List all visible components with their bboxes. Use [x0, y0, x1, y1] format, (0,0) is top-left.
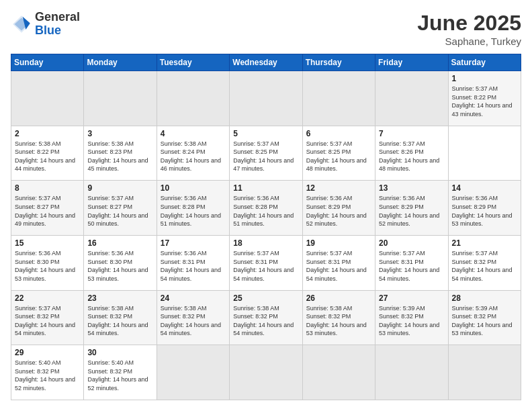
title-block: June 2025 Saphane, Turkey: [417, 11, 521, 47]
calendar-week-6: 29Sunrise: 5:40 AMSunset: 8:32 PMDayligh…: [11, 345, 521, 400]
day-info: Sunrise: 5:37 AMSunset: 8:25 PMDaylight:…: [233, 140, 298, 173]
day-info: Sunrise: 5:38 AMSunset: 8:24 PMDaylight:…: [161, 140, 226, 173]
day-number: 9: [87, 183, 152, 193]
day-info: Sunrise: 5:37 AMSunset: 8:31 PMDaylight:…: [306, 249, 371, 283]
day-number: 13: [379, 183, 444, 193]
day-info: Sunrise: 5:39 AMSunset: 8:32 PMDaylight:…: [379, 304, 444, 338]
table-row: 27Sunrise: 5:39 AMSunset: 8:32 PMDayligh…: [375, 290, 448, 345]
day-info: Sunrise: 5:40 AMSunset: 8:32 PMDaylight:…: [87, 359, 152, 392]
empty-cell: [11, 71, 84, 126]
col-header-sunday: Sunday: [11, 54, 84, 71]
day-number: 24: [161, 293, 226, 303]
table-row: 13Sunrise: 5:36 AMSunset: 8:29 PMDayligh…: [375, 181, 448, 236]
day-info: Sunrise: 5:36 AMSunset: 8:28 PMDaylight:…: [233, 194, 298, 228]
logo: General Blue: [11, 11, 80, 38]
day-info: Sunrise: 5:37 AMSunset: 8:31 PMDaylight:…: [233, 249, 298, 283]
table-row: 29Sunrise: 5:40 AMSunset: 8:32 PMDayligh…: [11, 345, 84, 400]
empty-cell: [84, 71, 157, 126]
day-number: 17: [161, 238, 226, 248]
day-number: 12: [306, 183, 371, 193]
day-info: Sunrise: 5:37 AMSunset: 8:31 PMDaylight:…: [379, 249, 444, 283]
logo-general: General: [35, 11, 80, 24]
table-row: 8Sunrise: 5:37 AMSunset: 8:27 PMDaylight…: [11, 181, 84, 236]
table-row: 3Sunrise: 5:38 AMSunset: 8:23 PMDaylight…: [84, 126, 157, 181]
table-row: 14Sunrise: 5:36 AMSunset: 8:29 PMDayligh…: [448, 181, 521, 236]
day-number: 16: [87, 238, 152, 248]
calendar-table: SundayMondayTuesdayWednesdayThursdayFrid…: [11, 54, 521, 400]
title-month: June 2025: [417, 11, 521, 36]
day-number: 25: [233, 293, 298, 303]
day-number: 4: [161, 129, 226, 138]
table-row: 30Sunrise: 5:40 AMSunset: 8:32 PMDayligh…: [84, 345, 157, 400]
day-number: 11: [233, 183, 298, 193]
day-number: 18: [233, 238, 298, 248]
day-info: Sunrise: 5:37 AMSunset: 8:25 PMDaylight:…: [306, 140, 371, 173]
header: General Blue June 2025 Saphane, Turkey: [11, 11, 521, 47]
day-number: 5: [233, 129, 298, 138]
logo-icon: [11, 13, 32, 35]
day-info: Sunrise: 5:38 AMSunset: 8:32 PMDaylight:…: [233, 304, 298, 338]
col-header-saturday: Saturday: [448, 54, 521, 71]
day-info: Sunrise: 5:36 AMSunset: 8:30 PMDaylight:…: [87, 249, 152, 283]
calendar-week-4: 15Sunrise: 5:36 AMSunset: 8:30 PMDayligh…: [11, 235, 521, 290]
table-row: 9Sunrise: 5:37 AMSunset: 8:27 PMDaylight…: [84, 181, 157, 236]
table-row: [375, 345, 448, 400]
day-number: 26: [306, 293, 371, 303]
col-header-thursday: Thursday: [302, 54, 375, 71]
header-row: SundayMondayTuesdayWednesdayThursdayFrid…: [11, 54, 521, 71]
table-row: 22Sunrise: 5:37 AMSunset: 8:32 PMDayligh…: [11, 290, 84, 345]
table-row: 10Sunrise: 5:36 AMSunset: 8:28 PMDayligh…: [157, 181, 229, 236]
table-row: 20Sunrise: 5:37 AMSunset: 8:31 PMDayligh…: [375, 235, 448, 290]
table-row: 17Sunrise: 5:36 AMSunset: 8:31 PMDayligh…: [157, 235, 229, 290]
day-info: Sunrise: 5:36 AMSunset: 8:30 PMDaylight:…: [15, 249, 80, 283]
day-info: Sunrise: 5:38 AMSunset: 8:22 PMDaylight:…: [15, 140, 80, 173]
day-info: Sunrise: 5:39 AMSunset: 8:32 PMDaylight:…: [452, 304, 517, 338]
table-row: 26Sunrise: 5:38 AMSunset: 8:32 PMDayligh…: [302, 290, 375, 345]
day-number: 6: [306, 129, 371, 138]
day-info: Sunrise: 5:37 AMSunset: 8:22 PMDaylight:…: [452, 85, 517, 118]
day-info: Sunrise: 5:37 AMSunset: 8:32 PMDaylight:…: [15, 304, 80, 338]
day-number: 28: [452, 293, 517, 303]
calendar-week-1: 1Sunrise: 5:37 AMSunset: 8:22 PMDaylight…: [11, 71, 521, 126]
empty-cell: [302, 71, 375, 126]
day-number: 27: [379, 293, 444, 303]
day-number: 29: [15, 348, 80, 357]
day-info: Sunrise: 5:36 AMSunset: 8:31 PMDaylight:…: [161, 249, 226, 283]
table-row: 28Sunrise: 5:39 AMSunset: 8:32 PMDayligh…: [448, 290, 521, 345]
calendar-week-2: 2Sunrise: 5:38 AMSunset: 8:22 PMDaylight…: [11, 126, 521, 181]
day-info: Sunrise: 5:38 AMSunset: 8:23 PMDaylight:…: [87, 140, 152, 173]
table-row: 4Sunrise: 5:38 AMSunset: 8:24 PMDaylight…: [157, 126, 229, 181]
table-row: 19Sunrise: 5:37 AMSunset: 8:31 PMDayligh…: [302, 235, 375, 290]
empty-cell: [157, 71, 229, 126]
col-header-tuesday: Tuesday: [157, 54, 229, 71]
day-number: 22: [15, 293, 80, 303]
empty-cell: [230, 71, 302, 126]
day-number: 1: [452, 74, 517, 83]
table-row: 11Sunrise: 5:36 AMSunset: 8:28 PMDayligh…: [230, 181, 302, 236]
day-number: 7: [379, 129, 444, 138]
table-row: 21Sunrise: 5:37 AMSunset: 8:32 PMDayligh…: [448, 235, 521, 290]
table-row: [448, 345, 521, 400]
empty-cell: [375, 71, 448, 126]
table-row: 6Sunrise: 5:37 AMSunset: 8:25 PMDaylight…: [302, 126, 375, 181]
table-row: 18Sunrise: 5:37 AMSunset: 8:31 PMDayligh…: [230, 235, 302, 290]
day-number: 23: [87, 293, 152, 303]
day-number: 14: [452, 183, 517, 193]
day-number: 10: [161, 183, 226, 193]
col-header-wednesday: Wednesday: [230, 54, 302, 71]
table-row: 5Sunrise: 5:37 AMSunset: 8:25 PMDaylight…: [230, 126, 302, 181]
table-row: [157, 345, 229, 400]
day-info: Sunrise: 5:36 AMSunset: 8:28 PMDaylight:…: [161, 194, 226, 228]
day-info: Sunrise: 5:37 AMSunset: 8:26 PMDaylight:…: [379, 140, 444, 173]
day-number: 3: [87, 129, 152, 138]
table-row: 24Sunrise: 5:38 AMSunset: 8:32 PMDayligh…: [157, 290, 229, 345]
day-info: Sunrise: 5:38 AMSunset: 8:32 PMDaylight:…: [87, 304, 152, 338]
calendar-week-3: 8Sunrise: 5:37 AMSunset: 8:27 PMDaylight…: [11, 181, 521, 236]
table-row: 2Sunrise: 5:38 AMSunset: 8:22 PMDaylight…: [11, 126, 84, 181]
table-row: [302, 345, 375, 400]
day-number: 8: [15, 183, 80, 193]
day-info: Sunrise: 5:38 AMSunset: 8:32 PMDaylight:…: [306, 304, 371, 338]
table-row: [230, 345, 302, 400]
table-row: 23Sunrise: 5:38 AMSunset: 8:32 PMDayligh…: [84, 290, 157, 345]
logo-blue: Blue: [35, 24, 80, 38]
